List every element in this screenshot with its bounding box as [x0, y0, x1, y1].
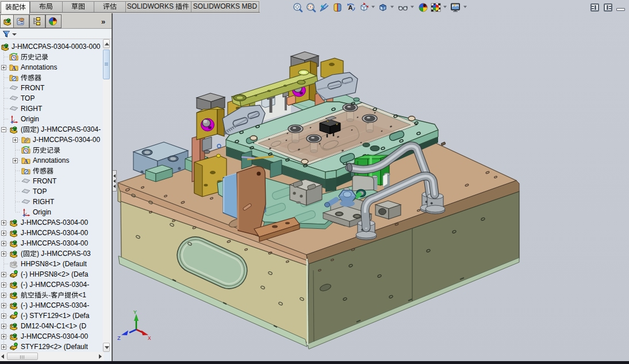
svg-text:Y: Y [133, 309, 137, 316]
svg-text:A: A [11, 65, 16, 71]
svg-text:Z: Z [117, 335, 121, 342]
svg-text:A: A [24, 158, 28, 164]
svg-text:X: X [148, 335, 151, 342]
